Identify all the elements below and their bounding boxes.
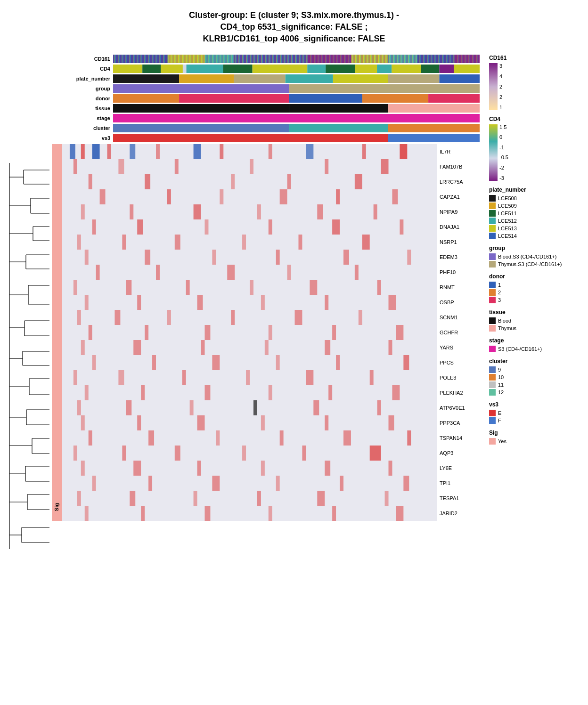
svg-rect-195 — [145, 325, 148, 340]
svg-rect-177 — [310, 280, 317, 295]
svg-rect-159 — [62, 250, 437, 265]
legend-label-donor-2: 2 — [498, 290, 501, 295]
legend-cluster-11: 11 — [489, 381, 583, 388]
svg-rect-256 — [62, 461, 437, 476]
legend-color-donor-2 — [489, 289, 496, 296]
legend-label-lce509: LCE509 — [498, 203, 517, 209]
svg-rect-85 — [286, 74, 333, 83]
svg-rect-281 — [269, 506, 272, 521]
svg-rect-111 — [156, 144, 160, 159]
gene-row-nsrp1: NSRP1 — [62, 235, 480, 250]
svg-rect-191 — [295, 310, 302, 325]
tissue-bar-svg — [113, 104, 480, 113]
svg-rect-70 — [161, 65, 183, 73]
cd161-bar-svg — [113, 55, 480, 63]
svg-rect-147 — [137, 219, 143, 235]
legend-color-vs3-f — [489, 417, 496, 424]
legend-color-tissue-thymus — [489, 325, 496, 332]
svg-rect-232 — [253, 400, 257, 415]
svg-rect-259 — [197, 461, 201, 476]
legend-label-thymus-s3: Thymus.S3 (CD4-/CD161+) — [498, 261, 562, 267]
legend-color-cluster-12 — [489, 389, 496, 396]
svg-rect-107 — [81, 144, 85, 159]
svg-rect-121 — [175, 159, 179, 174]
gene-heatmap-yars — [62, 340, 437, 355]
gene-heatmap-pole3 — [62, 370, 437, 385]
svg-rect-173 — [74, 280, 77, 295]
svg-rect-112 — [194, 144, 201, 159]
svg-rect-148 — [204, 219, 208, 235]
gene-row-ppp3ca: PPP3CA — [62, 415, 480, 430]
annotation-bars: CD161 — [52, 55, 480, 142]
svg-rect-117 — [400, 144, 407, 159]
gene-row-plekha2: PLEKHA2 — [62, 385, 480, 400]
svg-rect-230 — [126, 400, 131, 415]
legend-color-lce508 — [489, 195, 496, 202]
gene-heatmap-ppp3ca — [62, 415, 437, 430]
legend-plate-lce512: LCE512 — [489, 218, 583, 224]
svg-rect-129 — [287, 174, 291, 189]
gene-row-ppcs: PPCS — [62, 355, 480, 370]
svg-rect-130 — [355, 174, 362, 189]
gene-heatmap-gchfr — [62, 325, 437, 340]
gene-name-fam107b: FAM107B — [437, 164, 480, 170]
svg-rect-275 — [317, 491, 325, 506]
svg-rect-99 — [113, 114, 480, 122]
gene-name-capza1: CAPZA1 — [437, 194, 480, 200]
svg-rect-89 — [113, 84, 289, 93]
gene-row-tspan14: TSPAN14 — [62, 430, 480, 446]
svg-rect-92 — [179, 94, 289, 103]
svg-rect-95 — [428, 94, 480, 103]
legend-cluster-title: cluster — [489, 358, 583, 365]
legend-group-blood: Blood.S3 (CD4-/CD161+) — [489, 253, 583, 260]
svg-rect-161 — [145, 250, 150, 265]
annotation-row-cluster: cluster — [52, 124, 480, 132]
dendrogram-left — [5, 163, 52, 551]
svg-rect-134 — [220, 189, 223, 204]
svg-rect-207 — [62, 355, 437, 370]
svg-rect-255 — [370, 446, 381, 461]
annotation-bar-cd4 — [113, 65, 480, 73]
gene-heatmap-rows: IL7R — [62, 144, 480, 521]
svg-rect-220 — [370, 370, 374, 385]
svg-rect-258 — [133, 461, 141, 476]
svg-rect-170 — [287, 265, 291, 280]
svg-rect-175 — [186, 280, 190, 295]
svg-rect-137 — [392, 189, 398, 204]
svg-rect-154 — [122, 235, 126, 250]
gene-name-jarid2: JARID2 — [437, 511, 480, 516]
cluster-bar-svg — [113, 124, 480, 132]
svg-rect-182 — [197, 295, 203, 310]
svg-rect-126 — [89, 174, 92, 189]
svg-rect-284 — [489, 63, 498, 110]
gene-row-npipa9: NPIPA9 — [62, 204, 480, 219]
svg-rect-280 — [204, 506, 210, 521]
annotation-row-vs3: vs3 — [52, 134, 480, 142]
cd161-mid: 2 — [499, 84, 502, 89]
svg-rect-229 — [77, 400, 81, 415]
cd4-v3: -3 — [499, 175, 508, 181]
svg-rect-110 — [130, 144, 135, 159]
gene-heatmap-atp6v0e1 — [62, 400, 437, 415]
svg-rect-251 — [122, 446, 126, 461]
annotation-label-cd161: CD161 — [52, 56, 113, 62]
svg-rect-60 — [205, 55, 234, 63]
svg-rect-59 — [168, 55, 205, 63]
svg-rect-64 — [388, 55, 417, 63]
annotation-bar-cluster — [113, 124, 480, 132]
svg-rect-208 — [92, 355, 96, 370]
gene-name-dnaja1: DNAJA1 — [437, 224, 480, 230]
legend-plate-lce508: LCE508 — [489, 195, 583, 202]
legend-label-lce512: LCE512 — [498, 218, 517, 224]
svg-rect-153 — [77, 235, 81, 250]
legend-group-title: group — [489, 245, 583, 251]
svg-rect-183 — [261, 295, 265, 310]
annotation-bar-plate — [113, 74, 480, 83]
svg-rect-206 — [389, 340, 392, 355]
gene-row-capza1: CAPZA1 — [62, 189, 480, 204]
svg-rect-156 — [242, 235, 246, 250]
svg-rect-257 — [81, 461, 85, 476]
svg-rect-167 — [96, 265, 100, 280]
svg-rect-283 — [396, 506, 403, 521]
legend-group-thymus: Thymus.S3 (CD4-/CD161+) — [489, 261, 583, 267]
